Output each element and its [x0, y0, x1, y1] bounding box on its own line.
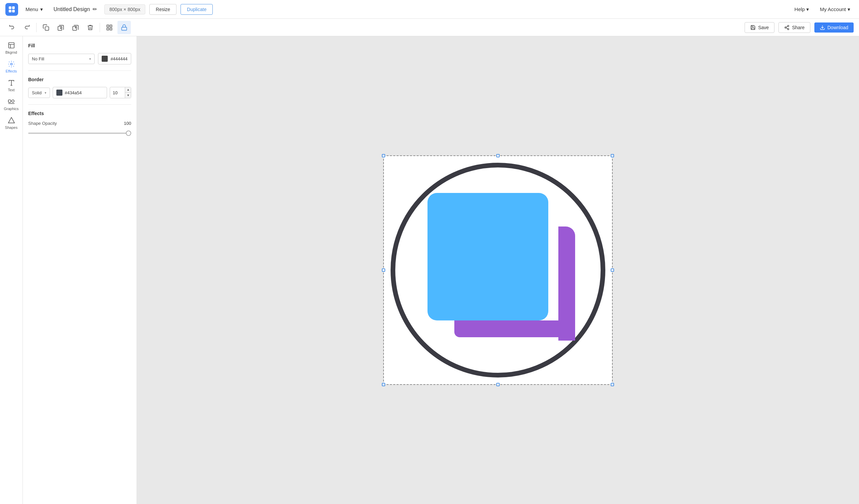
handle-top-left[interactable] [382, 154, 385, 157]
handle-bottom-right[interactable] [611, 383, 614, 386]
sidebar-item-shapes[interactable]: Shapes [1, 114, 22, 132]
document-title[interactable]: Untitled Design ✏ [50, 4, 101, 14]
account-chevron-icon: ▾ [848, 6, 850, 12]
text-icon [8, 79, 15, 87]
border-width-input: 10 ▲ ▼ [110, 87, 131, 98]
border-style-label: Solid [32, 90, 42, 95]
fill-border-divider [28, 71, 131, 71]
redo-button[interactable] [20, 21, 33, 34]
grid-icon [106, 24, 113, 31]
svg-marker-26 [8, 118, 14, 123]
svg-rect-11 [107, 28, 109, 30]
main-layout: Bkgrnd Effects Text Graphics [0, 36, 859, 504]
fill-color-button[interactable]: #444444 [98, 53, 131, 64]
canvas-size-display: 800px × 800px [104, 4, 145, 14]
svg-point-14 [787, 25, 789, 27]
svg-line-17 [786, 28, 788, 29]
fill-color-swatch [102, 56, 108, 62]
border-section-title: Border [28, 77, 131, 82]
delete-button[interactable] [84, 21, 97, 34]
lock-button[interactable] [118, 21, 131, 34]
account-label: My Account [820, 6, 846, 12]
save-label: Save [758, 25, 769, 30]
resize-button[interactable]: Resize [149, 4, 177, 15]
layer-up-button[interactable] [69, 21, 82, 34]
doc-title-text: Untitled Design [54, 6, 90, 12]
border-color-button[interactable]: #434a54 [53, 87, 107, 98]
handle-bottom-mid[interactable] [496, 383, 500, 386]
undo-icon [9, 24, 15, 31]
app-logo[interactable] [5, 3, 18, 16]
copy-button[interactable] [39, 21, 53, 34]
layer-down-icon [57, 24, 64, 31]
canvas-background [384, 156, 612, 384]
sidebar-item-effects[interactable]: Effects [1, 58, 22, 76]
canvas-area[interactable] [137, 36, 859, 504]
border-color-swatch [56, 90, 62, 96]
duplicate-button[interactable]: Duplicate [181, 4, 213, 15]
svg-rect-2 [9, 10, 11, 12]
opacity-slider[interactable] [28, 133, 131, 134]
sidebar-label-bkgrnd: Bkgrnd [5, 50, 17, 55]
handle-top-right[interactable] [611, 154, 614, 157]
grid-button[interactable] [103, 21, 116, 34]
border-width-up-button[interactable]: ▲ [125, 87, 131, 93]
handle-top-mid[interactable] [496, 154, 500, 157]
svg-rect-20 [9, 43, 14, 48]
undo-button[interactable] [5, 21, 19, 34]
sidenav: Bkgrnd Effects Text Graphics [0, 36, 23, 504]
copy-icon [43, 24, 49, 31]
share-label: Share [792, 25, 804, 30]
account-button[interactable]: My Account ▾ [816, 4, 854, 14]
handle-mid-right[interactable] [611, 269, 614, 272]
border-effects-divider [28, 104, 131, 105]
download-label: Download [827, 25, 848, 30]
svg-rect-1 [12, 6, 15, 9]
share-icon [784, 25, 789, 30]
opacity-row: Shape Opacity 100 [28, 121, 131, 126]
svg-rect-24 [8, 100, 11, 102]
border-width-down-button[interactable]: ▼ [125, 93, 131, 98]
svg-rect-3 [12, 10, 15, 12]
graphics-icon [8, 98, 15, 105]
sidebar-item-text[interactable]: Text [1, 77, 22, 95]
border-style-chevron-icon: ▾ [45, 91, 46, 95]
border-style-dropdown[interactable]: Solid ▾ [28, 88, 50, 98]
redo-icon [24, 24, 30, 31]
svg-point-25 [11, 100, 14, 102]
canvas-wrapper [384, 156, 612, 384]
handle-bottom-left[interactable] [382, 383, 385, 386]
sidebar-label-text: Text [8, 88, 14, 92]
download-icon [820, 25, 825, 30]
sidebar-label-effects: Effects [6, 69, 17, 73]
share-button[interactable]: Share [779, 22, 810, 33]
background-icon [8, 42, 15, 49]
svg-rect-10 [110, 25, 112, 27]
save-icon [750, 25, 756, 30]
svg-point-21 [11, 63, 12, 65]
menu-button[interactable]: Menu ▾ [22, 4, 46, 14]
lock-icon [121, 24, 127, 31]
download-button[interactable]: Download [814, 22, 854, 33]
sidebar-item-graphics[interactable]: Graphics [1, 95, 22, 113]
handle-mid-left[interactable] [382, 269, 385, 272]
svg-rect-9 [107, 25, 109, 27]
layer-down-button[interactable] [54, 21, 67, 34]
edit-icon: ✏ [93, 6, 97, 12]
save-button[interactable]: Save [744, 22, 774, 33]
border-width-field[interactable]: 10 [110, 88, 125, 98]
toolbar: Save Share Download [0, 19, 859, 36]
blue-rounded-rect[interactable] [427, 193, 548, 320]
fill-color-hex-label: #444444 [110, 56, 127, 61]
svg-rect-0 [9, 6, 11, 9]
fill-row: No Fill ▾ #444444 [28, 53, 131, 64]
svg-rect-4 [45, 27, 49, 30]
purple-bottom-rect[interactable] [454, 320, 575, 337]
svg-rect-13 [122, 27, 127, 30]
fill-chevron-icon: ▾ [89, 57, 91, 61]
fill-dropdown[interactable]: No Fill ▾ [28, 54, 95, 64]
help-button[interactable]: Help ▾ [791, 4, 813, 14]
border-width-spinners: ▲ ▼ [125, 87, 131, 98]
opacity-label: Shape Opacity [28, 121, 57, 126]
sidebar-item-bkgrnd[interactable]: Bkgrnd [1, 39, 22, 57]
